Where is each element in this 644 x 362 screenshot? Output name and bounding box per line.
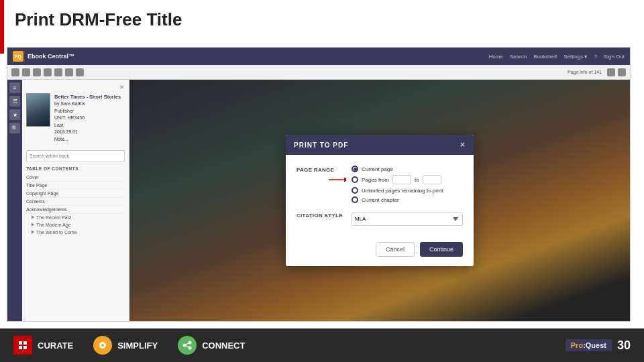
page-title: Print DRM-Free Title <box>15 9 182 30</box>
reader-topnav-left: PQ Ebook Central™ <box>13 51 74 62</box>
page-range-label: PAGE RANGE <box>297 166 345 173</box>
book-cover <box>26 93 50 127</box>
nav-signout[interactable]: Sign Out <box>604 54 625 60</box>
reader-sidebar: ✕ Better Times - Short Stories by Sara B… <box>22 80 129 321</box>
reader-container: PQ Ebook Central™ Home Search Bookshelf … <box>7 47 631 322</box>
toolbar-icon-2[interactable] <box>22 68 30 76</box>
modal-title: PRINT TO PDF <box>294 141 348 149</box>
svg-rect-5 <box>23 346 27 349</box>
reader-topnav: PQ Ebook Central™ Home Search Bookshelf … <box>7 48 630 65</box>
modal-footer: Cancel Continue <box>286 242 474 266</box>
pages-to-label: to <box>415 177 419 183</box>
curate-icon <box>13 336 32 355</box>
radio-current-page[interactable] <box>352 166 358 172</box>
toolbar-icon-5[interactable] <box>54 68 62 76</box>
citation-style-select[interactable]: MLA APA Chicago <box>352 213 463 226</box>
book-publisher: Publisher <box>54 108 121 115</box>
page-range-row: PAGE RANGE Current page <box>297 166 463 203</box>
toolbar-icon-6[interactable] <box>65 68 73 76</box>
toc-item-copyright[interactable]: Copyright Page <box>26 190 125 198</box>
radio-current-chapter[interactable] <box>352 196 358 203</box>
nav-settings[interactable]: Settings ▾ <box>564 54 587 60</box>
print-modal: PRINT TO PDF × PAGE RANGE Current page <box>286 135 474 266</box>
proquest-logo-quest: :Quest <box>583 341 606 349</box>
icon-bar: ≡ ☰ ★ 🔍 <box>7 80 22 321</box>
toc-item-contents[interactable]: Contents <box>26 198 125 206</box>
nav-home[interactable]: Home <box>488 54 502 60</box>
radio-pages-from[interactable] <box>352 176 358 183</box>
reader-page: PRINT TO PDF × PAGE RANGE Current page <box>129 80 630 321</box>
simplify-label: SIMPLIFY <box>117 341 158 351</box>
book-unit: UNIT: HR3456 <box>54 115 121 122</box>
option-current-page-label: Current page <box>362 166 393 172</box>
curate-label: CURATE <box>38 341 73 351</box>
toc-item-modern-age[interactable]: The Modern Age <box>26 221 125 229</box>
icon-bar-item-1[interactable]: ≡ <box>9 82 20 93</box>
cancel-button[interactable]: Cancel <box>376 242 415 257</box>
simplify-svg <box>97 340 108 351</box>
svg-rect-4 <box>19 346 22 349</box>
footer-item-connect: CONNECT <box>178 336 245 355</box>
search-within-input[interactable] <box>26 150 125 162</box>
nav-help[interactable]: ? <box>594 54 596 60</box>
option-current-chapter[interactable]: Current chapter <box>352 196 463 203</box>
reader-body: ≡ ☰ ★ 🔍 ✕ Better Times - Short St <box>7 80 630 321</box>
cube-svg <box>17 340 28 351</box>
book-details: Better Times - Short Stories by Sara Bal… <box>54 93 121 143</box>
icon-bar-item-3[interactable]: ★ <box>9 109 20 120</box>
book-date: 2018:29:01 <box>54 129 121 136</box>
option-pages-from[interactable]: Pages from to <box>352 175 463 184</box>
toc-item-acknowledgements[interactable]: Acknowledgements <box>26 206 125 214</box>
reader-topnav-right: Home Search Bookshelf Settings ▾ ? Sign … <box>488 54 625 60</box>
toc-item-recent-past[interactable]: The Recent Past <box>26 214 125 221</box>
connect-icon <box>178 336 197 355</box>
simplify-icon <box>93 336 112 355</box>
connect-svg <box>182 340 193 351</box>
modal-close-button[interactable]: × <box>460 140 466 149</box>
reader-toolbar: Page info of 141 <box>7 65 630 80</box>
modal-body: PAGE RANGE Current page <box>286 155 474 242</box>
toc-item-world-to-come[interactable]: The World to Come <box>26 229 125 236</box>
brand-icon: PQ <box>13 51 23 62</box>
continue-button[interactable]: Continue <box>420 242 463 257</box>
book-last: Last: <box>54 122 121 129</box>
option-pages-from-label: Pages from <box>362 177 389 183</box>
option-current-page[interactable]: Current page <box>352 166 463 172</box>
nav-bookshelf[interactable]: Bookshelf <box>533 54 557 60</box>
sidebar-close-icon[interactable]: ✕ <box>119 84 125 90</box>
toolbar-icon-3[interactable] <box>33 68 41 76</box>
left-accent-bar <box>0 0 4 54</box>
proquest-logo-pro: Pro <box>571 341 583 349</box>
pages-to-input[interactable] <box>423 175 441 184</box>
book-title: Better Times - Short Stories <box>54 93 121 101</box>
toc-item-titlepage[interactable]: Title Page <box>26 182 125 190</box>
toc-header: TABLE OF CONTENTS <box>26 166 125 171</box>
svg-rect-3 <box>23 341 27 345</box>
svg-rect-2 <box>19 341 22 345</box>
proquest-logo: Pro:Quest <box>566 339 612 351</box>
icon-bar-item-2[interactable]: ☰ <box>9 96 20 107</box>
toolbar-zoom-in[interactable] <box>607 68 615 76</box>
citation-style-select-wrapper: MLA APA Chicago <box>352 211 463 226</box>
pages-from-input[interactable] <box>392 175 411 184</box>
option-current-chapter-label: Current chapter <box>362 197 399 203</box>
icon-bar-item-4[interactable]: 🔍 <box>9 123 20 133</box>
connect-label: CONNECT <box>202 341 245 351</box>
toolbar-icon-1[interactable] <box>11 68 19 76</box>
toolbar-icon-4[interactable] <box>44 68 52 76</box>
toc-arrow-1 <box>32 215 34 219</box>
reader-brand-label: Ebook Central™ <box>28 53 74 60</box>
book-note: Note... <box>54 136 121 143</box>
option-unlimited[interactable]: Unlimited pages remaining to print <box>352 187 463 194</box>
nav-search[interactable]: Search <box>510 54 527 60</box>
page-info: Page info of 141 <box>568 70 602 74</box>
book-author: by Sara BalKis <box>54 101 121 108</box>
toolbar-icon-7[interactable] <box>76 68 84 76</box>
page-range-options: Current page <box>352 166 463 203</box>
toolbar-zoom-out[interactable] <box>618 68 626 76</box>
radio-unlimited[interactable] <box>352 187 358 194</box>
footer-logo: Pro:Quest 30 <box>566 339 631 353</box>
toc-item-cover[interactable]: Cover <box>26 174 125 182</box>
footer: CURATE SIMPLIFY CONNECT Pro:Quest <box>0 328 644 362</box>
book-info: Better Times - Short Stories by Sara Bal… <box>26 93 125 143</box>
